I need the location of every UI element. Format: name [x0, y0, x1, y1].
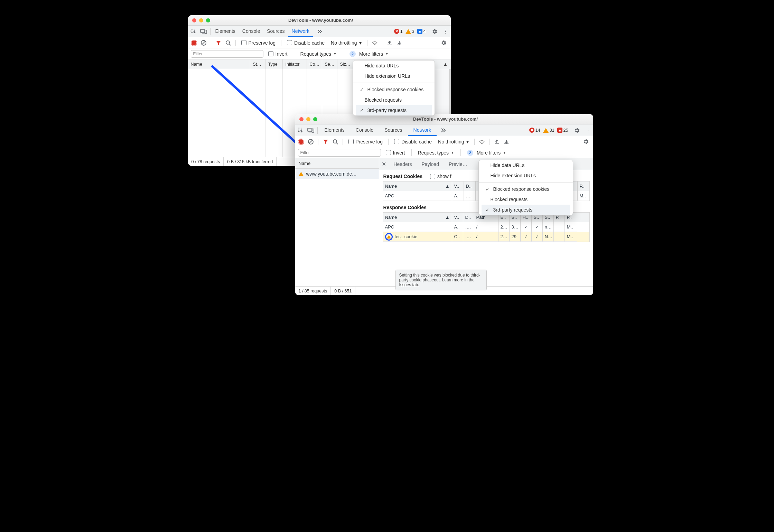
download-har-icon[interactable]: [502, 137, 511, 146]
upload-har-icon[interactable]: [385, 38, 394, 47]
search-icon[interactable]: [224, 38, 233, 47]
preserve-log[interactable]: Preserve log: [241, 40, 276, 46]
col-name[interactable]: Name: [295, 158, 379, 169]
status-transferred: 0 B / 815 kB transferred: [224, 157, 277, 166]
throttling[interactable]: No throttling▾: [438, 139, 468, 144]
col-type[interactable]: Type: [265, 59, 283, 69]
devtools-window-b: DevTools - www.youtube.com/ Elements Con…: [295, 114, 593, 295]
col-se[interactable]: Se…: [322, 59, 337, 69]
more-filters[interactable]: 2 More filters▼: [467, 150, 506, 156]
record-button[interactable]: [297, 137, 306, 146]
request-row[interactable]: www.youtube.com;dc…: [295, 169, 379, 179]
col-status[interactable]: St…: [250, 59, 265, 69]
tab-overflow[interactable]: [313, 26, 326, 37]
table-row-blocked[interactable]: test_cookie C.. …. / 2… 29 ✓ ✓ N… M..: [383, 232, 589, 242]
request-types[interactable]: Request types▼: [418, 150, 454, 156]
network-settings-icon[interactable]: [438, 40, 449, 46]
more-icon[interactable]: ⋮: [440, 26, 451, 37]
tab-elements[interactable]: Elements: [212, 26, 239, 37]
minimize-icon[interactable]: [306, 117, 310, 121]
svg-point-12: [481, 143, 482, 143]
menu-blocked-response-cookies[interactable]: Blocked response cookies: [356, 84, 432, 95]
upload-har-icon[interactable]: [492, 137, 501, 146]
filter-input[interactable]: [298, 149, 381, 157]
tab-sources[interactable]: Sources: [379, 124, 408, 136]
disable-cache[interactable]: Disable cache: [287, 40, 325, 46]
invert[interactable]: Invert: [386, 150, 405, 156]
more-filters[interactable]: 2 More filters▼: [349, 51, 389, 57]
col-size[interactable]: Siz…: [337, 59, 353, 69]
search-icon[interactable]: [331, 137, 340, 146]
minimize-icon[interactable]: [199, 18, 203, 22]
issues-info[interactable]: ■ 4: [417, 29, 426, 34]
issues-errors[interactable]: ✕ 1: [394, 29, 403, 34]
filter-icon[interactable]: [321, 137, 330, 146]
menu-hide-data-urls[interactable]: Hide data URLs: [479, 160, 573, 170]
device-toolbar-icon[interactable]: [198, 26, 209, 37]
zoom-icon[interactable]: [313, 117, 317, 121]
menu-hide-ext-urls[interactable]: Hide extension URLs: [479, 170, 573, 181]
issues-warnings[interactable]: 31: [543, 128, 554, 133]
tab-console[interactable]: Console: [239, 26, 263, 37]
col-name[interactable]: Name: [188, 59, 250, 69]
table-row[interactable]: APC A.. …. / 2… 3… ✓ ✓ n… M..: [383, 222, 589, 232]
menu-3rd-party-requests[interactable]: 3rd-party requests: [356, 105, 432, 115]
network-toolbar: Preserve log Disable cache No throttling…: [188, 37, 451, 48]
tab-preview[interactable]: Previe…: [444, 158, 472, 170]
menu-hide-data-urls[interactable]: Hide data URLs: [353, 60, 435, 71]
svg-point-11: [333, 140, 337, 143]
more-icon[interactable]: ⋮: [583, 124, 593, 136]
menu-blocked-requests[interactable]: Blocked requests: [353, 95, 435, 105]
svg-point-5: [374, 44, 375, 45]
issues-info[interactable]: ■25: [557, 128, 568, 133]
menu-3rd-party-requests[interactable]: 3rd-party requests: [482, 205, 570, 215]
close-detail-icon[interactable]: ✕: [379, 161, 389, 167]
filter-input-wrapper: [191, 50, 263, 58]
issues-warnings[interactable]: 3: [405, 29, 414, 34]
show-filtered[interactable]: show f: [430, 174, 451, 179]
settings-icon[interactable]: [571, 124, 583, 136]
tab-sources[interactable]: Sources: [263, 26, 288, 37]
device-toolbar-icon[interactable]: [306, 124, 316, 136]
network-conditions-icon[interactable]: [477, 137, 486, 146]
menu-blocked-response-cookies[interactable]: Blocked response cookies: [482, 184, 570, 194]
tab-elements[interactable]: Elements: [319, 124, 350, 136]
invert[interactable]: Invert: [268, 51, 288, 57]
filter-input[interactable]: [191, 50, 263, 58]
disable-cache[interactable]: Disable cache: [394, 139, 432, 144]
menu-hide-ext-urls[interactable]: Hide extension URLs: [353, 71, 435, 81]
preserve-log[interactable]: Preserve log: [348, 139, 383, 144]
warning-icon: [299, 172, 304, 176]
download-har-icon[interactable]: [395, 38, 404, 47]
network-conditions-icon[interactable]: [370, 38, 379, 47]
network-settings-icon[interactable]: [580, 139, 592, 145]
tab-console[interactable]: Console: [350, 124, 379, 136]
close-icon[interactable]: [299, 117, 304, 121]
window-title: DevTools - www.youtube.com/: [210, 18, 451, 23]
clear-button[interactable]: [306, 137, 315, 146]
issues-errors[interactable]: ✕14: [529, 128, 540, 133]
settings-icon[interactable]: [429, 26, 440, 37]
window-title: DevTools - www.youtube.com/: [317, 116, 593, 122]
menu-blocked-requests[interactable]: Blocked requests: [479, 194, 573, 205]
zoom-icon[interactable]: [206, 18, 210, 22]
throttling[interactable]: No throttling▾: [331, 40, 361, 46]
tab-network[interactable]: Network: [288, 26, 313, 37]
tab-headers[interactable]: Headers: [389, 158, 417, 170]
tab-overflow[interactable]: [437, 124, 450, 136]
inspect-icon[interactable]: [188, 26, 198, 37]
tab-network[interactable]: Network: [408, 124, 437, 136]
request-types[interactable]: Request types▼: [300, 51, 337, 57]
record-button[interactable]: [189, 38, 198, 47]
tab-payload[interactable]: Payload: [417, 158, 444, 170]
topbar: Elements Console Sources Network ✕ 1 3 ■…: [188, 26, 451, 37]
request-list: Name www.youtube.com;dc…: [295, 158, 379, 286]
col-co[interactable]: Co…: [307, 59, 322, 69]
inspect-icon[interactable]: [295, 124, 306, 136]
close-icon[interactable]: [192, 18, 196, 22]
svg-point-4: [226, 41, 230, 44]
col-initiator[interactable]: Initiator: [283, 59, 307, 69]
clear-button[interactable]: [199, 38, 208, 47]
annotation-circle: [385, 233, 393, 241]
filter-icon[interactable]: [214, 38, 223, 47]
